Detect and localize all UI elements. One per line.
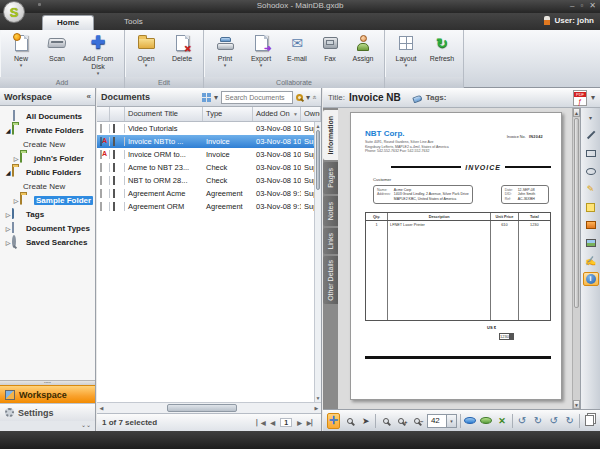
last-page-button[interactable]: ▶▏ (307, 419, 316, 426)
note-tool-icon[interactable] (583, 200, 599, 214)
layout-button[interactable]: Layout ▾ (388, 31, 424, 77)
export-button[interactable]: ➜ Export ▾ (243, 31, 279, 77)
copy-page-button[interactable] (583, 413, 596, 429)
scroll-up-arrow-icon[interactable]: ▲ (315, 122, 321, 130)
fit-width-button[interactable] (464, 413, 477, 429)
search-options-caret[interactable]: ▾ (306, 93, 310, 102)
search-icon[interactable] (296, 94, 303, 101)
table-row[interactable]: Agreement ORM Agreement 03-Nov-08 9:14..… (97, 200, 321, 213)
rectangle-tool-icon[interactable] (583, 146, 599, 160)
column-doctype-icon[interactable] (110, 107, 125, 121)
table-row[interactable]: Invoice ORM to... Invoice 03-Nov-08 10:4… (97, 148, 321, 161)
tab-notes[interactable]: Notes (323, 196, 338, 226)
tree-item-public-folders[interactable]: ◢ Public Folders (0, 165, 95, 179)
scrollbar-thumb[interactable] (167, 404, 237, 412)
zoom-combo-caret[interactable]: ▾ (446, 415, 456, 427)
settings-nav-button[interactable]: Settings (0, 403, 95, 421)
tree-item-all-documents[interactable]: All Documents (0, 109, 95, 123)
column-filetype-icon[interactable] (97, 107, 110, 121)
fit-page-button[interactable]: ✕ (496, 413, 509, 429)
new-dropdown-caret[interactable]: ▾ (20, 63, 23, 67)
app-logo-icon[interactable]: S (3, 1, 25, 23)
fit-visible-button[interactable] (480, 413, 493, 429)
refresh-button[interactable]: ↻ Refresh (424, 31, 460, 77)
magnifier-tool-button[interactable] (379, 413, 392, 429)
workspace-nav-button[interactable]: Workspace (0, 385, 95, 403)
zoom-out-button[interactable]: − (411, 413, 424, 429)
collapse-arrow-icon[interactable]: ▷ (4, 211, 12, 218)
tab-other-details[interactable]: Other Details (323, 256, 338, 304)
pan-tool-button[interactable]: ✛ (327, 413, 340, 429)
tab-information[interactable]: Information (323, 110, 338, 160)
pdf-options-caret[interactable]: ▾ (591, 93, 595, 102)
open-button[interactable]: Open ▾ (128, 31, 164, 77)
first-page-button[interactable]: ▏◀ (256, 419, 265, 426)
view-mode-caret[interactable]: ▾ (214, 93, 218, 102)
close-button[interactable]: ✕ (589, 1, 596, 10)
tree-item-create-new-private[interactable]: Create New (0, 137, 95, 151)
previous-page-button[interactable]: ◀ (271, 419, 276, 426)
new-button[interactable]: New ▾ (3, 31, 39, 77)
tree-item-private-folders[interactable]: ◢ Private Folders (0, 123, 95, 137)
info-tool-icon[interactable]: i (583, 272, 599, 286)
stamp-tool-icon[interactable] (583, 218, 599, 232)
footer-more-icon[interactable]: ⌄⌄ (81, 421, 91, 431)
maximize-button[interactable]: ▫ (580, 1, 583, 10)
scan-button[interactable]: Scan (39, 31, 75, 77)
tab-links[interactable]: Links (323, 228, 338, 254)
next-page-button[interactable]: ▶ (297, 419, 302, 426)
rotate-left-button[interactable]: ↺ (515, 413, 528, 429)
fax-button[interactable]: Fax (315, 31, 345, 77)
expand-arrow-icon[interactable]: ◢ (4, 127, 12, 134)
table-row[interactable]: Video Tutorials 03-Nov-08 10:5... SuperA… (97, 122, 321, 135)
scroll-down-arrow-icon[interactable]: ▼ (573, 400, 580, 409)
preview-vertical-scrollbar[interactable]: ▲ ▼ (572, 108, 580, 409)
pdf-file-icon[interactable] (573, 90, 587, 106)
tree-item-tags[interactable]: ▷ Tags (0, 207, 95, 221)
column-document-title[interactable]: Document Title (125, 107, 203, 121)
document-preview-canvas[interactable]: NBT Corp. Suite 4091, Round Gardens, Sil… (338, 108, 572, 409)
rotate-all-button[interactable]: ↻ (563, 413, 576, 429)
collapse-arrow-icon[interactable]: ▷ (4, 225, 12, 232)
zoom-in-button[interactable]: + (395, 413, 408, 429)
zoom-select-tool-button[interactable] (343, 413, 356, 429)
tree-item-sample-folder[interactable]: ▷ Sample Folder (0, 193, 95, 207)
add-from-disk-button[interactable]: ✚ Add From Disk ▾ (75, 31, 121, 77)
table-row-selected[interactable]: Invoice NBTto ... Invoice 03-Nov-08 10:4… (97, 135, 321, 148)
pointer-tool-button[interactable]: ➤ (359, 413, 372, 429)
add-from-disk-dropdown-caret[interactable]: ▾ (97, 71, 100, 75)
tab-home[interactable]: Home (42, 15, 94, 30)
documents-horizontal-scrollbar[interactable]: ◀ ▶ (97, 402, 321, 413)
view-mode-icon[interactable] (202, 93, 211, 102)
assign-button[interactable]: Assign (345, 31, 381, 77)
column-added-on[interactable]: Added On▼ (253, 107, 301, 121)
export-dropdown-caret[interactable]: ▾ (260, 63, 263, 67)
collapse-arrow-icon[interactable]: ▷ (4, 239, 12, 246)
tree-item-johns-folder[interactable]: ▷ john's Folder (0, 151, 95, 165)
highlighter-tool-icon[interactable]: ✎ (583, 182, 599, 196)
signature-tool-icon[interactable]: ✍ (583, 254, 599, 268)
collapse-arrow-icon[interactable]: ▷ (12, 197, 20, 204)
annotation-dropdown-caret[interactable]: ▾ (583, 110, 599, 124)
layout-dropdown-caret[interactable]: ▾ (405, 63, 408, 67)
expand-arrow-icon[interactable]: ◢ (4, 169, 12, 176)
collapse-arrow-icon[interactable]: ▷ (12, 155, 20, 162)
open-dropdown-caret[interactable]: ▾ (145, 63, 148, 67)
sidebar-collapse-icon[interactable]: « (87, 92, 91, 101)
line-tool-icon[interactable] (583, 128, 599, 142)
tab-pages[interactable]: Pages (323, 162, 338, 194)
ellipse-tool-icon[interactable] (583, 164, 599, 178)
scrollbar-thumb[interactable] (316, 130, 320, 190)
scroll-right-arrow-icon[interactable]: ▶ (312, 403, 321, 413)
scrollbar-thumb[interactable] (574, 118, 579, 308)
print-button[interactable]: Print ▾ (207, 31, 243, 77)
tree-item-document-types[interactable]: ▷ Document Types (0, 221, 95, 235)
rotate-180-button[interactable]: ↺ (547, 413, 560, 429)
delete-button[interactable]: ✕ Delete (164, 31, 200, 77)
column-type[interactable]: Type (203, 107, 253, 121)
documents-vertical-scrollbar[interactable]: ▲ ▼ (314, 122, 321, 402)
search-input[interactable] (221, 91, 293, 104)
panel-collapse-icon[interactable]: « (312, 95, 319, 99)
tree-item-saved-searches[interactable]: ▷ Saved Searches (0, 235, 95, 249)
scroll-up-arrow-icon[interactable]: ▲ (573, 108, 580, 117)
